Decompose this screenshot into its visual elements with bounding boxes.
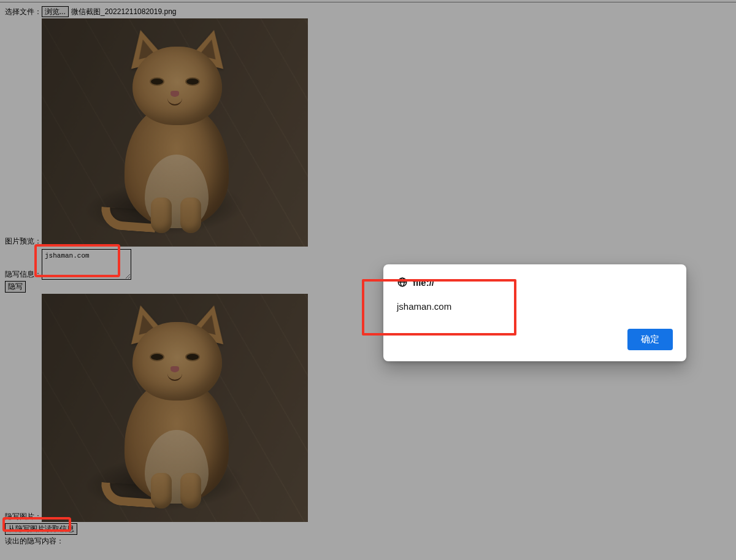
alert-dialog: file:// jshaman.com 确定	[383, 264, 686, 361]
alert-actions: 确定	[397, 329, 673, 350]
alert-origin: file://	[397, 277, 673, 288]
globe-icon	[397, 277, 408, 288]
alert-ok-button[interactable]: 确定	[627, 329, 673, 350]
alert-message: jshaman.com	[397, 301, 673, 312]
alert-origin-text: file://	[413, 277, 434, 288]
